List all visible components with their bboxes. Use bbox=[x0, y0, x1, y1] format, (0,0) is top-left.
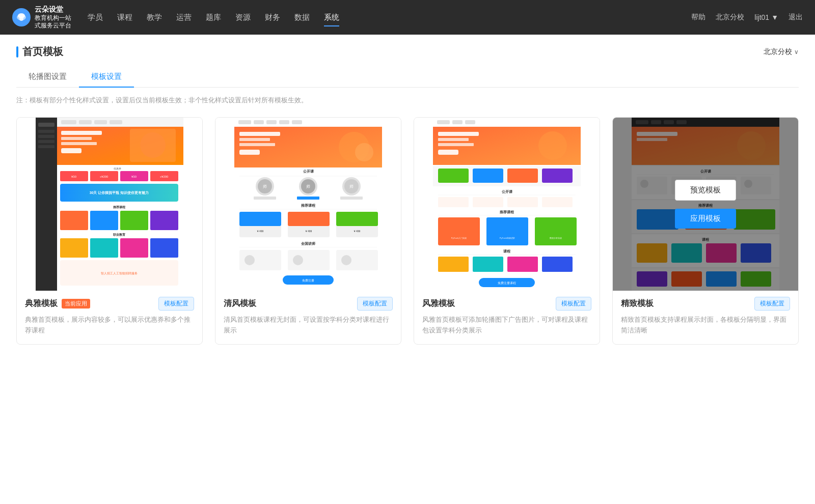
title-bar-indicator bbox=[16, 46, 18, 58]
svg-rect-8 bbox=[38, 145, 55, 148]
svg-point-2 bbox=[19, 17, 23, 21]
template-footer-4: 精致模板 模板配置 精致首页模板支持课程展示封面，各模板分隔明显，界面简洁清晰 bbox=[613, 291, 798, 344]
svg-rect-126 bbox=[473, 257, 503, 272]
svg-rect-4 bbox=[38, 123, 55, 127]
config-button-3[interactable]: 模板配置 bbox=[556, 297, 591, 311]
nav-questions[interactable]: 题库 bbox=[206, 11, 221, 24]
svg-rect-102 bbox=[438, 150, 458, 155]
template-name-row-2: 清风模板 模板配置 bbox=[224, 297, 393, 311]
svg-point-20 bbox=[140, 132, 166, 158]
svg-text:公开课: 公开课 bbox=[303, 170, 314, 174]
tab-carousel[interactable]: 轮播图设置 bbox=[16, 67, 79, 88]
svg-rect-36 bbox=[120, 211, 148, 230]
svg-text:+¥200: +¥200 bbox=[160, 175, 169, 178]
svg-text:PyTorch入门实战: PyTorch入门实战 bbox=[451, 237, 467, 239]
config-button-1[interactable]: 模板配置 bbox=[158, 297, 194, 311]
svg-rect-125 bbox=[438, 257, 469, 272]
svg-rect-15 bbox=[61, 131, 102, 135]
nav-courses[interactable]: 课程 bbox=[117, 11, 132, 24]
svg-rect-34 bbox=[60, 211, 88, 230]
nav-teaching[interactable]: 教学 bbox=[147, 11, 162, 24]
svg-rect-35 bbox=[90, 211, 118, 230]
svg-point-89 bbox=[244, 255, 255, 265]
apply-button-4[interactable]: 应用模板 bbox=[675, 209, 736, 229]
svg-rect-3 bbox=[36, 118, 57, 291]
svg-text:推荐课程: 推荐课程 bbox=[301, 203, 316, 207]
config-button-4[interactable]: 模板配置 bbox=[754, 297, 790, 311]
svg-text:公开课: 公开课 bbox=[501, 190, 513, 194]
svg-rect-105 bbox=[438, 169, 469, 183]
branch-selector[interactable]: 北京分校 ∨ bbox=[764, 47, 799, 57]
tabs: 轮播图设置 模板设置 bbox=[16, 67, 799, 88]
svg-rect-40 bbox=[90, 238, 118, 258]
template-desc-1: 典雅首页模板，展示内容较多，可以展示优惠券和多个推荐课程 bbox=[25, 315, 194, 336]
svg-rect-50 bbox=[292, 120, 302, 124]
svg-point-57 bbox=[355, 143, 373, 161]
svg-rect-49 bbox=[279, 120, 289, 124]
svg-text:优惠券: 优惠券 bbox=[114, 167, 121, 170]
svg-rect-79 bbox=[288, 212, 330, 226]
help-link[interactable]: 帮助 bbox=[691, 13, 705, 22]
svg-text:30天 让你摆脱平瓶 知识使你更有魅力: 30天 让你摆脱平瓶 知识使你更有魅力 bbox=[90, 190, 149, 195]
template-name-wrap-3: 风雅模板 bbox=[422, 298, 455, 309]
template-name-3: 风雅模板 bbox=[422, 298, 455, 309]
svg-text:课程: 课程 bbox=[503, 249, 511, 253]
template-card-2: 公开课 师 师 师 bbox=[215, 117, 401, 345]
svg-text:智人招工人工智能招聘服务: 智人招工人工智能招聘服务 bbox=[101, 272, 138, 275]
svg-rect-42 bbox=[150, 238, 178, 258]
nav-resources[interactable]: 资源 bbox=[235, 11, 251, 24]
nav-operations[interactable]: 运营 bbox=[176, 11, 192, 24]
svg-rect-82 bbox=[336, 212, 378, 226]
main-header: 云朵设堂 教育机构一站 式服务云平台 学员 课程 教学 运营 题库 资源 财务 … bbox=[0, 0, 815, 35]
svg-point-91 bbox=[341, 255, 351, 265]
logout-link[interactable]: 退出 bbox=[789, 13, 803, 22]
page-title: 首页模板 bbox=[22, 45, 63, 59]
template-card-3: 公开课 推荐课程 PyTorch入门实战 bbox=[414, 117, 600, 345]
svg-rect-41 bbox=[120, 238, 148, 258]
svg-rect-16 bbox=[61, 137, 92, 140]
template-desc-2: 清风首页模板课程无封面，可设置按学科分类对课程进行展示 bbox=[224, 315, 393, 336]
nav-students[interactable]: 学员 bbox=[88, 11, 103, 24]
template-desc-3: 风雅首页模板可添加轮播图下广告图片，可对课程及课程包设置学科分类展示 bbox=[422, 315, 591, 336]
svg-rect-71 bbox=[297, 197, 319, 200]
svg-rect-106 bbox=[473, 169, 503, 183]
svg-text:¥30: ¥30 bbox=[131, 175, 137, 178]
tab-template[interactable]: 模板设置 bbox=[79, 67, 134, 88]
nav-system[interactable]: 系统 bbox=[324, 11, 339, 24]
svg-rect-70 bbox=[254, 197, 276, 200]
svg-rect-11 bbox=[79, 120, 92, 124]
page-header: 首页模板 北京分校 ∨ bbox=[0, 35, 815, 59]
svg-rect-99 bbox=[438, 132, 479, 136]
template-preview-2: 公开课 师 师 师 bbox=[215, 118, 401, 291]
svg-rect-76 bbox=[239, 212, 281, 226]
template-footer-2: 清风模板 模板配置 清风首页模板课程无封面，可设置按学科分类对课程进行展示 bbox=[215, 291, 401, 344]
svg-text:¥30: ¥30 bbox=[71, 175, 77, 178]
template-overlay-4: 预览模板 应用模板 bbox=[613, 118, 798, 291]
template-preview-1: 优惠券 ¥30 +¥200 ¥30 +¥200 bbox=[17, 118, 202, 291]
nav-finance[interactable]: 财务 bbox=[265, 11, 280, 24]
svg-rect-96 bbox=[452, 120, 463, 124]
svg-rect-48 bbox=[266, 120, 277, 124]
svg-rect-6 bbox=[38, 135, 55, 138]
template-name-4: 精致模板 bbox=[621, 298, 654, 309]
svg-text:免费注册: 免费注册 bbox=[302, 278, 314, 282]
user-account[interactable]: lijt01 ▼ bbox=[754, 13, 778, 21]
page-title-wrap: 首页模板 bbox=[16, 45, 63, 59]
svg-rect-127 bbox=[507, 257, 538, 272]
template-preview-3: 公开课 推荐课程 PyTorch入门实战 bbox=[414, 118, 600, 291]
logo-icon bbox=[12, 8, 31, 26]
config-button-2[interactable]: 模板配置 bbox=[357, 297, 393, 311]
svg-rect-17 bbox=[61, 142, 97, 145]
logo[interactable]: 云朵设堂 教育机构一站 式服务云平台 bbox=[12, 5, 71, 30]
template-name-row-3: 风雅模板 模板配置 bbox=[422, 297, 591, 311]
nav-data[interactable]: 数据 bbox=[294, 11, 310, 24]
svg-rect-95 bbox=[437, 120, 450, 124]
branch-name[interactable]: 北京分校 bbox=[716, 13, 744, 22]
templates-grid: 优惠券 ¥30 +¥200 ¥30 +¥200 bbox=[16, 117, 799, 345]
preview-button-4[interactable]: 预览模板 bbox=[675, 180, 736, 201]
svg-rect-53 bbox=[239, 138, 270, 141]
svg-text:推荐课程: 推荐课程 bbox=[499, 210, 514, 214]
svg-text:全国讲师: 全国讲师 bbox=[301, 241, 316, 245]
svg-rect-18 bbox=[61, 148, 82, 153]
svg-rect-54 bbox=[239, 143, 275, 146]
